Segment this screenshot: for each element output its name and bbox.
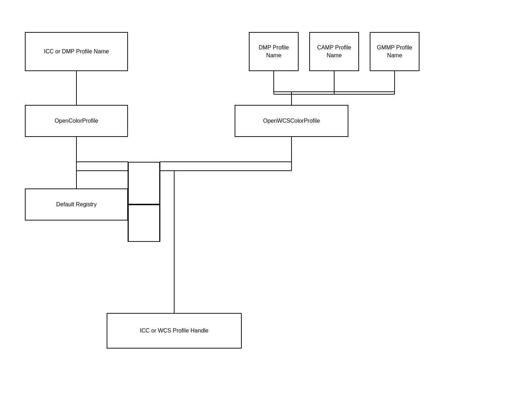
gmmp-profile-label: GMMP Profile Name: [373, 44, 416, 60]
icc-wcs-profile-handle-box: ICC or WCS Profile Handle: [107, 313, 242, 349]
default-registry-label: Default Registry: [56, 201, 97, 208]
diagram-container: ICC or DMP Profile Name DMP Profile Name…: [0, 0, 508, 420]
open-color-profile-label: OpenColorProfile: [55, 117, 98, 125]
connector-box-top: [128, 162, 160, 204]
icc-wcs-profile-handle-label: ICC or WCS Profile Handle: [140, 327, 209, 335]
dmp-profile-box: DMP Profile Name: [249, 32, 299, 71]
open-wcs-color-profile-label: OpenWCSColorProfile: [263, 117, 320, 125]
open-color-profile-box: OpenColorProfile: [25, 105, 128, 137]
camp-profile-label: CAMP Profile Name: [313, 44, 355, 60]
default-registry-box: Default Registry: [25, 188, 128, 220]
icc-dmp-profile-label: ICC or DMP Profile Name: [44, 48, 109, 55]
open-wcs-color-profile-box: OpenWCSColorProfile: [235, 105, 348, 137]
gmmp-profile-box: GMMP Profile Name: [370, 32, 419, 71]
camp-profile-box: CAMP Profile Name: [309, 32, 359, 71]
connector-box-bottom: [128, 204, 160, 242]
icc-dmp-profile-box: ICC or DMP Profile Name: [25, 32, 128, 71]
dmp-profile-label: DMP Profile Name: [252, 44, 295, 60]
